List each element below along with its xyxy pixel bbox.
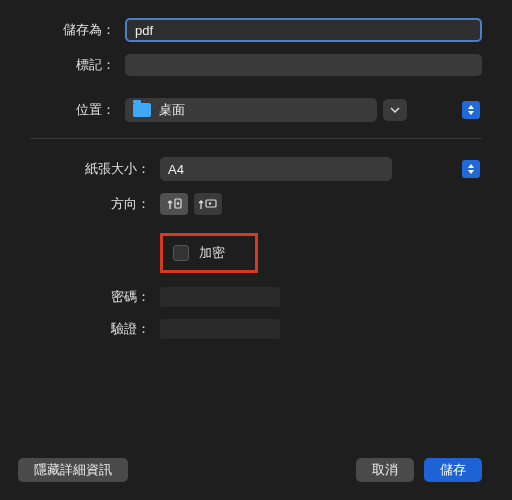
save-button[interactable]: 儲存 bbox=[424, 458, 482, 482]
svg-point-3 bbox=[209, 202, 211, 204]
verify-label: 驗證： bbox=[30, 320, 160, 338]
location-value: 桌面 bbox=[159, 101, 185, 119]
updown-icon bbox=[462, 101, 480, 119]
location-label: 位置： bbox=[30, 101, 125, 119]
verify-input bbox=[160, 319, 280, 339]
updown-icon bbox=[462, 160, 480, 178]
cancel-button[interactable]: 取消 bbox=[356, 458, 414, 482]
encrypt-highlight: 加密 bbox=[160, 233, 258, 273]
svg-point-1 bbox=[177, 202, 179, 204]
divider bbox=[30, 138, 482, 139]
folder-icon bbox=[133, 103, 151, 117]
paper-size-row: 紙張大小： A4 bbox=[30, 157, 482, 181]
hide-details-button[interactable]: 隱藏詳細資訊 bbox=[18, 458, 128, 482]
filename-input[interactable] bbox=[125, 18, 482, 42]
save-dialog: 儲存為： 標記： 位置： 桌面 紙張大小： A4 bbox=[0, 0, 512, 339]
encrypt-checkbox[interactable] bbox=[173, 245, 189, 261]
portrait-icon bbox=[165, 197, 183, 211]
password-input bbox=[160, 287, 280, 307]
location-row: 位置： 桌面 bbox=[30, 98, 482, 122]
landscape-button[interactable] bbox=[194, 193, 222, 215]
password-label: 密碼： bbox=[30, 288, 160, 306]
expand-button[interactable] bbox=[383, 99, 407, 121]
verify-row: 驗證： bbox=[30, 319, 482, 339]
location-select[interactable]: 桌面 bbox=[125, 98, 377, 122]
encrypt-label: 加密 bbox=[199, 244, 225, 262]
portrait-button[interactable] bbox=[160, 193, 188, 215]
landscape-icon bbox=[197, 197, 219, 211]
save-as-label: 儲存為： bbox=[30, 21, 125, 39]
paper-size-label: 紙張大小： bbox=[30, 160, 160, 178]
password-row: 密碼： bbox=[30, 287, 482, 307]
save-as-row: 儲存為： bbox=[30, 18, 482, 42]
paper-size-value: A4 bbox=[168, 162, 184, 177]
tags-input[interactable] bbox=[125, 54, 482, 76]
tags-label: 標記： bbox=[30, 56, 125, 74]
orientation-row: 方向： bbox=[30, 193, 482, 215]
orientation-label: 方向： bbox=[30, 195, 160, 213]
chevron-down-icon bbox=[390, 105, 400, 115]
dialog-footer: 隱藏詳細資訊 取消 儲存 bbox=[18, 458, 482, 482]
paper-size-select[interactable]: A4 bbox=[160, 157, 392, 181]
tags-row: 標記： bbox=[30, 54, 482, 76]
orientation-group bbox=[160, 193, 222, 215]
